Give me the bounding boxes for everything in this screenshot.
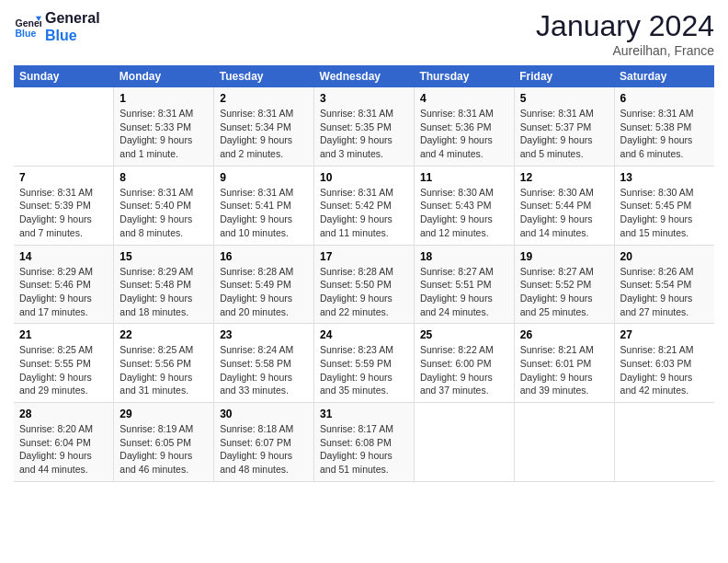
- info-line: and 2 minutes.: [220, 148, 283, 159]
- calendar-cell: 23Sunrise: 8:24 AMSunset: 5:58 PMDayligh…: [214, 324, 314, 403]
- info-line: Sunset: 6:08 PM: [320, 437, 392, 448]
- day-number: 21: [19, 328, 108, 341]
- info-line: and 10 minutes.: [220, 227, 289, 238]
- month-title: January 2024: [536, 9, 714, 43]
- logo-line2: Blue: [45, 27, 100, 44]
- info-line: Sunrise: 8:31 AM: [19, 187, 93, 198]
- calendar-page: General Blue General Blue January 2024 A…: [0, 0, 728, 563]
- info-line: Daylight: 9 hours: [420, 372, 493, 383]
- calendar-cell: 25Sunrise: 8:22 AMSunset: 6:00 PMDayligh…: [414, 324, 514, 403]
- header-cell-tuesday: Tuesday: [214, 65, 314, 87]
- info-line: Sunrise: 8:27 AM: [420, 266, 494, 277]
- week-row-1: 1Sunrise: 8:31 AMSunset: 5:33 PMDaylight…: [14, 87, 714, 166]
- info-line: Daylight: 9 hours: [19, 450, 92, 461]
- header-cell-saturday: Saturday: [614, 65, 714, 87]
- day-number: 4: [420, 92, 508, 105]
- info-line: Daylight: 9 hours: [19, 372, 92, 383]
- info-line: Daylight: 9 hours: [520, 293, 593, 304]
- day-info: Sunrise: 8:30 AMSunset: 5:45 PMDaylight:…: [620, 186, 709, 240]
- calendar-cell: 2Sunrise: 8:31 AMSunset: 5:34 PMDaylight…: [214, 87, 314, 166]
- info-line: and 35 minutes.: [320, 385, 389, 396]
- day-info: Sunrise: 8:31 AMSunset: 5:38 PMDaylight:…: [620, 107, 709, 161]
- calendar-cell: 16Sunrise: 8:28 AMSunset: 5:49 PMDayligh…: [214, 245, 314, 324]
- day-number: 18: [420, 250, 508, 263]
- calendar-cell: [514, 403, 614, 482]
- info-line: Sunrise: 8:31 AM: [320, 108, 393, 119]
- info-line: Daylight: 9 hours: [320, 213, 392, 224]
- info-line: and 29 minutes.: [19, 385, 88, 396]
- header-cell-friday: Friday: [514, 65, 614, 87]
- info-line: Sunset: 5:35 PM: [320, 121, 392, 132]
- info-line: Daylight: 9 hours: [420, 134, 493, 145]
- day-number: 6: [620, 92, 709, 105]
- day-info: Sunrise: 8:27 AMSunset: 5:51 PMDaylight:…: [420, 265, 508, 319]
- info-line: Sunrise: 8:25 AM: [19, 344, 93, 355]
- day-info: Sunrise: 8:31 AMSunset: 5:39 PMDaylight:…: [19, 186, 108, 240]
- calendar-cell: 1Sunrise: 8:31 AMSunset: 5:33 PMDaylight…: [114, 87, 214, 166]
- info-line: Daylight: 9 hours: [220, 134, 292, 145]
- info-line: Sunset: 5:45 PM: [620, 200, 692, 211]
- info-line: Sunset: 5:49 PM: [220, 279, 291, 290]
- header-cell-monday: Monday: [114, 65, 214, 87]
- info-line: and 8 minutes.: [119, 227, 183, 238]
- header-cell-thursday: Thursday: [414, 65, 514, 87]
- info-line: and 3 minutes.: [320, 148, 383, 159]
- day-info: Sunrise: 8:31 AMSunset: 5:41 PMDaylight:…: [220, 186, 308, 240]
- day-info: Sunrise: 8:18 AMSunset: 6:07 PMDaylight:…: [220, 422, 308, 477]
- day-number: 5: [520, 92, 609, 105]
- info-line: Sunrise: 8:21 AM: [520, 344, 594, 355]
- day-info: Sunrise: 8:29 AMSunset: 5:46 PMDaylight:…: [19, 265, 108, 319]
- day-info: Sunrise: 8:27 AMSunset: 5:52 PMDaylight:…: [520, 265, 609, 319]
- day-number: 25: [420, 328, 508, 341]
- info-line: Sunrise: 8:31 AM: [420, 108, 494, 119]
- day-info: Sunrise: 8:19 AMSunset: 6:05 PMDaylight:…: [119, 422, 208, 477]
- day-number: 24: [320, 328, 408, 341]
- calendar-cell: 14Sunrise: 8:29 AMSunset: 5:46 PMDayligh…: [14, 245, 114, 324]
- info-line: Sunrise: 8:30 AM: [420, 187, 494, 198]
- info-line: Sunset: 5:54 PM: [620, 279, 692, 290]
- day-info: Sunrise: 8:22 AMSunset: 6:00 PMDaylight:…: [420, 343, 508, 397]
- day-number: 16: [220, 250, 308, 263]
- week-row-3: 14Sunrise: 8:29 AMSunset: 5:46 PMDayligh…: [14, 245, 714, 324]
- info-line: Sunset: 5:56 PM: [119, 358, 191, 369]
- day-info: Sunrise: 8:31 AMSunset: 5:42 PMDaylight:…: [320, 186, 408, 240]
- info-line: Daylight: 9 hours: [19, 293, 92, 304]
- info-line: Sunrise: 8:28 AM: [220, 266, 293, 277]
- info-line: and 51 minutes.: [320, 464, 389, 475]
- info-line: Sunset: 5:58 PM: [220, 358, 291, 369]
- calendar-cell: 15Sunrise: 8:29 AMSunset: 5:48 PMDayligh…: [114, 245, 214, 324]
- info-line: Sunset: 5:34 PM: [220, 121, 291, 132]
- info-line: Sunrise: 8:31 AM: [520, 108, 594, 119]
- info-line: Daylight: 9 hours: [520, 372, 593, 383]
- header: General Blue General Blue January 2024 A…: [14, 9, 714, 58]
- info-line: Sunset: 6:03 PM: [620, 358, 692, 369]
- info-line: Daylight: 9 hours: [320, 293, 392, 304]
- day-number: 29: [119, 408, 208, 420]
- calendar-cell: 3Sunrise: 8:31 AMSunset: 5:35 PMDaylight…: [314, 87, 415, 166]
- info-line: Sunrise: 8:23 AM: [320, 344, 393, 355]
- calendar-cell: 4Sunrise: 8:31 AMSunset: 5:36 PMDaylight…: [414, 87, 514, 166]
- calendar-cell: 7Sunrise: 8:31 AMSunset: 5:39 PMDaylight…: [14, 166, 114, 245]
- info-line: and 18 minutes.: [119, 306, 188, 317]
- info-line: Sunrise: 8:30 AM: [520, 187, 594, 198]
- week-row-2: 7Sunrise: 8:31 AMSunset: 5:39 PMDaylight…: [14, 166, 714, 245]
- day-info: Sunrise: 8:21 AMSunset: 6:01 PMDaylight:…: [520, 343, 609, 397]
- title-block: January 2024 Aureilhan, France: [536, 9, 714, 58]
- info-line: Daylight: 9 hours: [620, 213, 693, 224]
- day-number: 12: [520, 171, 609, 184]
- info-line: and 4 minutes.: [420, 148, 483, 159]
- info-line: and 15 minutes.: [620, 227, 689, 238]
- info-line: Sunset: 5:41 PM: [220, 200, 291, 211]
- header-cell-sunday: Sunday: [14, 65, 114, 87]
- info-line: Sunset: 5:40 PM: [119, 200, 191, 211]
- calendar-cell: 30Sunrise: 8:18 AMSunset: 6:07 PMDayligh…: [214, 403, 314, 482]
- info-line: Daylight: 9 hours: [620, 372, 693, 383]
- info-line: Sunrise: 8:26 AM: [620, 266, 694, 277]
- calendar-cell: 31Sunrise: 8:17 AMSunset: 6:08 PMDayligh…: [314, 403, 415, 482]
- info-line: and 31 minutes.: [119, 385, 188, 396]
- info-line: Sunset: 5:43 PM: [420, 200, 492, 211]
- info-line: Sunrise: 8:31 AM: [320, 187, 393, 198]
- info-line: Sunrise: 8:20 AM: [19, 423, 93, 434]
- info-line: Daylight: 9 hours: [119, 213, 192, 224]
- info-line: Sunset: 5:36 PM: [420, 121, 492, 132]
